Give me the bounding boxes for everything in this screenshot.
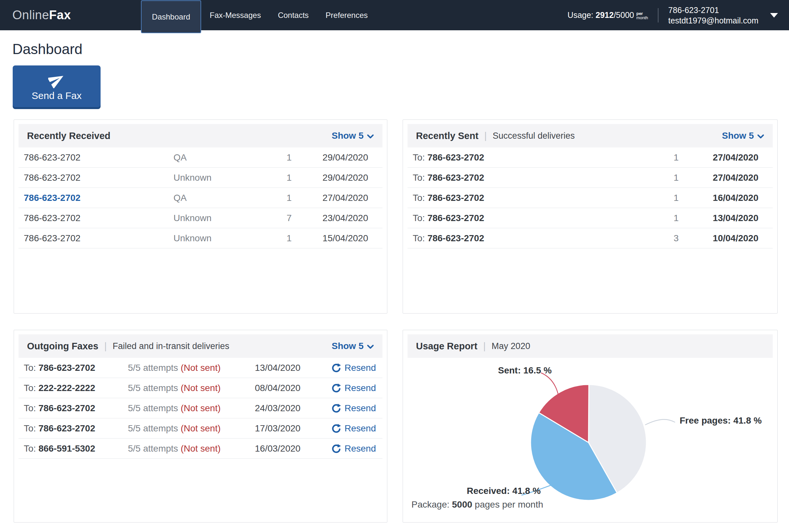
fax-date: 29/04/2020 bbox=[292, 173, 368, 183]
chevron-down-icon bbox=[367, 134, 374, 139]
sender-name: QA bbox=[173, 193, 269, 203]
page-count: 7 bbox=[269, 213, 292, 223]
sender-name: Unknown bbox=[173, 213, 269, 223]
page-count: 1 bbox=[656, 173, 679, 183]
fax-date: 13/04/2020 bbox=[679, 213, 758, 223]
fax-number[interactable]: 786-623-2702 bbox=[24, 233, 173, 244]
fax-recipient: To: 786-623-2702 bbox=[24, 403, 128, 414]
fax-number: 786-623-2702 bbox=[38, 403, 95, 413]
delivery-status: 5/5 attempts (Not sent) bbox=[128, 443, 255, 454]
not-sent-status: (Not sent) bbox=[181, 363, 221, 373]
resend-link[interactable]: Resend bbox=[331, 443, 376, 454]
fax-recipient: To: 866-591-5302 bbox=[24, 443, 128, 454]
nav-tab-label: Fax-Messages bbox=[210, 11, 261, 20]
not-sent-status: (Not sent) bbox=[181, 383, 221, 393]
fax-date: 29/04/2020 bbox=[292, 152, 368, 163]
usage-used: 2912 bbox=[596, 11, 614, 20]
nav-tab-label: Preferences bbox=[326, 11, 367, 20]
recently-sent-header: Recently Sent | Successful deliveries Sh… bbox=[407, 124, 773, 148]
send-a-fax-label: Send a Fax bbox=[32, 90, 81, 101]
delivery-status: 5/5 attempts (Not sent) bbox=[128, 423, 255, 434]
fax-number[interactable]: 786-623-2702 bbox=[24, 193, 173, 203]
show-count-select[interactable]: Show 5 bbox=[722, 131, 764, 141]
resend-link[interactable]: Resend bbox=[331, 363, 376, 373]
page-count: 1 bbox=[656, 193, 679, 203]
page-count: 1 bbox=[656, 152, 679, 163]
refresh-icon bbox=[331, 423, 341, 433]
recently-sent-panel: Recently Sent | Successful deliveries Sh… bbox=[403, 119, 777, 314]
nav-tab-label: Dashboard bbox=[152, 12, 190, 21]
pie-label-sent: Sent: 16.5 % bbox=[498, 365, 552, 376]
refresh-icon bbox=[331, 363, 341, 373]
fax-number[interactable]: 786-623-2702 bbox=[24, 213, 173, 223]
panel-title: Recently Sent bbox=[416, 131, 479, 141]
show-count-select[interactable]: Show 5 bbox=[332, 341, 374, 351]
table-row: To: 786-623-2702 1 16/04/2020 bbox=[407, 188, 773, 208]
nav-tab[interactable]: Fax-Messages bbox=[201, 0, 269, 30]
usage-total: /5000 bbox=[614, 11, 634, 20]
fax-number: 786-623-2702 bbox=[427, 193, 484, 203]
brand-logo-bold: Fax bbox=[49, 8, 71, 22]
page-title: Dashboard bbox=[12, 41, 778, 57]
panel-subtitle: Failed and in-transit deliveries bbox=[113, 341, 229, 351]
fax-date: 15/04/2020 bbox=[292, 233, 368, 244]
usage-pie-chart bbox=[407, 335, 773, 519]
attempts: 5/5 attempts bbox=[128, 443, 178, 454]
table-row: To: 786-623-2702 5/5 attempts (Not sent)… bbox=[19, 358, 382, 378]
delivery-status: 5/5 attempts (Not sent) bbox=[128, 403, 255, 414]
pie-label-received: Received: 41.8 % bbox=[467, 486, 541, 496]
table-row: To: 222-222-2222 5/5 attempts (Not sent)… bbox=[19, 378, 382, 398]
refresh-icon bbox=[331, 444, 341, 454]
resend-link[interactable]: Resend bbox=[331, 383, 376, 393]
attempts: 5/5 attempts bbox=[128, 403, 178, 413]
usage-report-panel: Usage Report | May 2020 Sent: 16.5 % Fre… bbox=[403, 330, 777, 522]
panel-subtitle: Successful deliveries bbox=[493, 131, 575, 141]
fax-date: 24/03/2020 bbox=[255, 403, 331, 414]
outgoing-faxes-panel: Outgoing Faxes | Failed and in-transit d… bbox=[14, 330, 387, 522]
resend-link[interactable]: Resend bbox=[331, 423, 376, 434]
send-a-fax-button[interactable]: Send a Fax bbox=[13, 65, 101, 107]
nav-tab-label: Contacts bbox=[278, 11, 309, 20]
fax-number: 786-623-2702 bbox=[427, 213, 484, 223]
usage-per-month: per month bbox=[636, 12, 648, 20]
fax-recipient: To: 786-623-2702 bbox=[413, 152, 656, 163]
attempts: 5/5 attempts bbox=[128, 423, 178, 433]
table-row: 786-623-2702 Unknown 7 23/04/2020 bbox=[19, 208, 382, 228]
nav-tab[interactable]: Dashboard bbox=[141, 0, 201, 33]
account-phone: 786-623-2701 bbox=[668, 5, 758, 15]
recently-received-panel: Recently Received Show 5 786-623-2702 QA… bbox=[14, 119, 387, 314]
sender-name: QA bbox=[173, 152, 269, 163]
page-count: 1 bbox=[656, 213, 679, 223]
table-row: 786-623-2702 Unknown 1 29/04/2020 bbox=[19, 168, 382, 188]
fax-recipient: To: 786-623-2702 bbox=[413, 213, 656, 223]
sender-name: Unknown bbox=[173, 233, 269, 244]
paper-plane-icon bbox=[48, 71, 65, 88]
fax-recipient: To: 786-623-2702 bbox=[24, 363, 128, 373]
table-row: To: 786-623-2702 5/5 attempts (Not sent)… bbox=[19, 418, 382, 439]
fax-date: 17/03/2020 bbox=[255, 423, 331, 434]
sender-name: Unknown bbox=[173, 173, 269, 183]
refresh-icon bbox=[331, 383, 341, 393]
account-menu[interactable]: 786-623-2701 testdt1979@hotmail.com bbox=[668, 5, 758, 26]
brand-logo[interactable]: OnlineFax bbox=[12, 8, 71, 22]
nav-tab[interactable]: Preferences bbox=[317, 0, 376, 30]
not-sent-status: (Not sent) bbox=[181, 423, 221, 433]
show-count-select[interactable]: Show 5 bbox=[332, 131, 374, 141]
panel-title: Outgoing Faxes bbox=[27, 341, 98, 352]
table-row: To: 786-623-2702 1 27/04/2020 bbox=[407, 168, 773, 188]
fax-number: 786-623-2702 bbox=[427, 152, 484, 163]
chevron-down-icon[interactable] bbox=[770, 13, 778, 18]
nav-tab[interactable]: Contacts bbox=[270, 0, 317, 30]
fax-number: 786-623-2702 bbox=[427, 233, 484, 243]
fax-date: 16/03/2020 bbox=[255, 443, 331, 454]
fax-number[interactable]: 786-623-2702 bbox=[24, 173, 173, 183]
main-nav: Dashboard Fax-Messages Contacts Preferen… bbox=[141, 0, 376, 30]
chevron-down-icon bbox=[367, 344, 374, 349]
fax-number[interactable]: 786-623-2702 bbox=[24, 152, 173, 163]
fax-date: 27/04/2020 bbox=[679, 173, 758, 183]
fax-date: 16/04/2020 bbox=[679, 193, 758, 203]
fax-recipient: To: 786-623-2702 bbox=[413, 193, 656, 203]
fax-recipient: To: 786-623-2702 bbox=[413, 233, 656, 244]
resend-link[interactable]: Resend bbox=[331, 403, 376, 414]
fax-recipient: To: 786-623-2702 bbox=[413, 173, 656, 183]
